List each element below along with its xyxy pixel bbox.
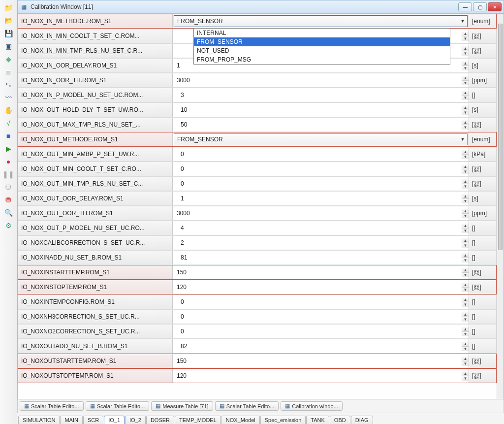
spinner-up-icon[interactable]: ▲	[462, 194, 469, 199]
gear-icon[interactable]: ⚙	[2, 220, 14, 231]
spinner[interactable]: ▲▼	[462, 224, 469, 233]
spinner-down-icon[interactable]: ▼	[462, 199, 469, 203]
param-value-cell[interactable]: 3000▲▼	[173, 206, 469, 220]
maximize-button[interactable]: ▢	[473, 2, 487, 11]
param-value-cell[interactable]: 150▲▼	[173, 265, 469, 279]
folder-icon[interactable]: 📁	[2, 2, 14, 14]
spinner-down-icon[interactable]: ▼	[462, 317, 469, 322]
spinner-up-icon[interactable]: ▲	[462, 327, 469, 332]
square-icon[interactable]: ■	[2, 130, 14, 142]
spinner-up-icon[interactable]: ▲	[462, 209, 469, 214]
param-value-cell[interactable]: 3000▲▼	[173, 73, 469, 87]
bottom-tab[interactable]: SCR	[83, 416, 103, 424]
spinner-up-icon[interactable]: ▲	[462, 91, 469, 96]
spinner[interactable]: ▲▼	[462, 342, 469, 351]
close-button[interactable]: ✕	[488, 2, 502, 11]
param-value-cell[interactable]: 81▲▼	[173, 251, 469, 264]
spinner-down-icon[interactable]: ▼	[462, 81, 469, 85]
hand-icon[interactable]: ✋	[2, 104, 14, 116]
spinner-down-icon[interactable]: ▼	[462, 155, 469, 159]
bottom-tab[interactable]: TANK	[306, 416, 329, 424]
spinner[interactable]: ▲▼	[462, 32, 469, 41]
param-value-cell[interactable]: 120▲▼	[173, 280, 469, 294]
window-tab[interactable]: ▦Scalar Table Edito...	[215, 401, 279, 411]
spinner-up-icon[interactable]: ▲	[462, 120, 469, 125]
spinner-down-icon[interactable]: ▼	[462, 36, 469, 41]
spinner-down-icon[interactable]: ▼	[462, 51, 469, 56]
spinner[interactable]: ▲▼	[462, 76, 469, 85]
spinner-down-icon[interactable]: ▼	[462, 184, 469, 189]
spinner-up-icon[interactable]: ▲	[462, 297, 469, 302]
spinner[interactable]: ▲▼	[462, 194, 469, 203]
spinner-up-icon[interactable]: ▲	[462, 105, 469, 110]
record-icon[interactable]: ●	[2, 156, 14, 167]
scrollbar-thumb[interactable]	[498, 24, 503, 250]
bottom-tab[interactable]: TEMP_MODEL	[175, 416, 221, 424]
chevron-down-icon[interactable]: ▼	[458, 19, 467, 24]
spinner-down-icon[interactable]: ▼	[462, 66, 469, 70]
spinner-up-icon[interactable]: ▲	[462, 312, 469, 317]
spinner[interactable]: ▲▼	[462, 61, 469, 70]
bottom-tab[interactable]: OBD	[330, 416, 350, 424]
spinner[interactable]: ▲▼	[462, 150, 469, 159]
dropdown-option[interactable]: FROM_SENSOR	[194, 37, 450, 46]
spinner-up-icon[interactable]: ▲	[462, 32, 469, 36]
methode-combobox[interactable]: FROM_SENSOR▼	[174, 133, 468, 145]
folder-open-icon[interactable]: 📂	[2, 15, 14, 27]
param-value-cell[interactable]: 120▲▼	[173, 369, 469, 383]
dropdown-option[interactable]: INTERNAL	[194, 29, 450, 37]
play-icon[interactable]: ▶	[2, 143, 14, 155]
spinner-down-icon[interactable]: ▼	[462, 273, 469, 277]
spinner[interactable]: ▲▼	[462, 164, 469, 174]
spinner-up-icon[interactable]: ▲	[462, 238, 469, 243]
dropdown-option[interactable]: NOT_USED	[194, 46, 450, 55]
spinner-up-icon[interactable]: ▲	[462, 268, 469, 273]
window-tab[interactable]: ▦Scalar Table Edito...	[20, 401, 84, 411]
spinner-up-icon[interactable]: ▲	[462, 224, 469, 228]
spinner-down-icon[interactable]: ▼	[462, 125, 469, 130]
spinner[interactable]: ▲▼	[462, 327, 469, 336]
spinner-down-icon[interactable]: ▼	[462, 347, 469, 351]
spinner[interactable]: ▲▼	[462, 105, 469, 115]
save-icon[interactable]: 💾	[2, 28, 14, 39]
spinner-up-icon[interactable]: ▲	[462, 61, 469, 66]
bottom-tab[interactable]: Spec_emission	[260, 416, 306, 424]
disk-red-icon[interactable]: ⛃	[2, 194, 14, 206]
monitor-icon[interactable]: ▣	[2, 40, 14, 52]
param-value-cell[interactable]: 0▲▼	[173, 325, 469, 338]
window-tab[interactable]: ▦Scalar Table Edito...	[86, 401, 150, 411]
spinner-up-icon[interactable]: ▲	[462, 150, 469, 155]
disk-icon[interactable]: ⛁	[2, 181, 14, 193]
list-icon[interactable]: ≣	[2, 66, 14, 78]
bottom-tab[interactable]: DOSER	[146, 416, 174, 424]
wave-icon[interactable]: 〰	[2, 92, 14, 103]
spinner[interactable]: ▲▼	[462, 238, 469, 248]
spinner[interactable]: ▲▼	[462, 357, 469, 366]
param-value-cell[interactable]: 10▲▼	[173, 103, 469, 117]
spinner-up-icon[interactable]: ▲	[462, 46, 469, 51]
chip-icon[interactable]: ◆	[2, 53, 14, 65]
bottom-tab[interactable]: SIMULATION	[18, 416, 60, 424]
spinner-down-icon[interactable]: ▼	[462, 332, 469, 336]
spinner[interactable]: ▲▼	[462, 120, 469, 130]
spinner-up-icon[interactable]: ▲	[462, 371, 469, 376]
bottom-tab[interactable]: DIAG	[351, 416, 373, 424]
bottom-tab[interactable]: IO_1	[104, 416, 125, 424]
spinner[interactable]: ▲▼	[462, 312, 469, 322]
spinner[interactable]: ▲▼	[462, 46, 469, 56]
pause-icon[interactable]: ❚❚	[2, 168, 14, 180]
bottom-tab[interactable]: NOX_Model	[221, 416, 260, 424]
spinner-up-icon[interactable]: ▲	[462, 253, 469, 258]
minimize-button[interactable]: —	[458, 2, 472, 11]
param-value-cell[interactable]: 150▲▼	[173, 354, 469, 368]
param-value-cell[interactable]: 0▲▼	[173, 147, 469, 161]
spinner-up-icon[interactable]: ▲	[462, 164, 469, 169]
spinner[interactable]: ▲▼	[462, 179, 469, 189]
spinner[interactable]: ▲▼	[462, 371, 469, 381]
window-tab[interactable]: ▦Calibration windo...	[281, 401, 343, 411]
vertical-scrollbar[interactable]	[497, 14, 504, 399]
spinner-down-icon[interactable]: ▼	[462, 169, 469, 174]
param-value-cell[interactable]: 0▲▼	[173, 177, 469, 191]
tree-icon[interactable]: ⇆	[2, 79, 14, 91]
spinner[interactable]: ▲▼	[462, 268, 469, 277]
